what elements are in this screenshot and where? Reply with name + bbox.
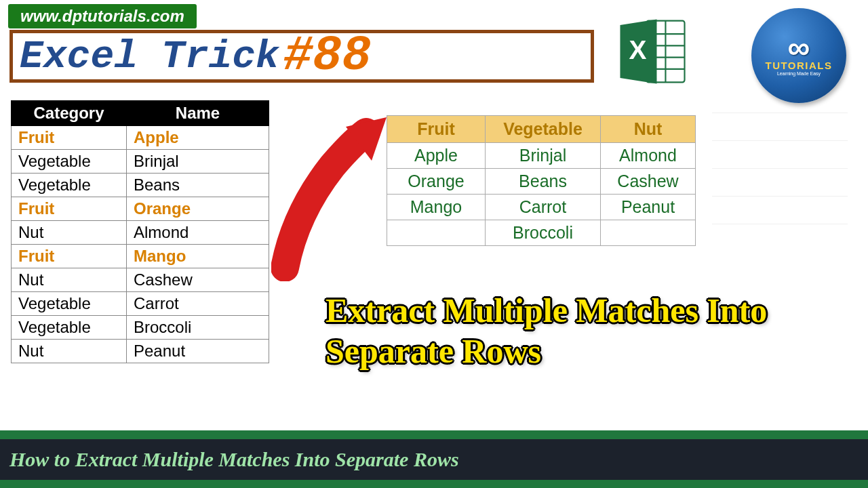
- table-row: Broccoli: [387, 220, 696, 246]
- src-cell-name: Apple: [127, 126, 269, 150]
- table-row: FruitMango: [12, 245, 269, 268]
- src-cell-category: Nut: [12, 340, 127, 363]
- res-cell: Apple: [387, 143, 486, 169]
- table-row: NutCashew: [12, 268, 269, 292]
- src-cell-name: Beans: [127, 174, 269, 197]
- footer-banner: How to Extract Multiple Matches Into Sep…: [0, 430, 868, 488]
- res-cell: [601, 220, 696, 246]
- arrow-icon: [271, 112, 393, 281]
- table-row: VegetableBeans: [12, 174, 269, 197]
- table-row: NutPeanut: [12, 340, 269, 363]
- res-cell: Cashew: [601, 169, 696, 195]
- title-container: Excel Trick #88: [9, 30, 594, 83]
- table-row: FruitOrange: [12, 197, 269, 221]
- excel-icon: X: [616, 15, 689, 88]
- src-cell-name: Carrot: [127, 292, 269, 316]
- src-cell-name: Almond: [127, 221, 269, 245]
- src-header-category: Category: [12, 101, 127, 126]
- res-header-fruit: Fruit: [387, 116, 486, 143]
- table-row: NutAlmond: [12, 221, 269, 245]
- src-cell-category: Fruit: [12, 126, 127, 150]
- src-cell-name: Brinjal: [127, 150, 269, 174]
- src-header-name: Name: [127, 101, 269, 126]
- logo-tagline: Learning Made Easy: [777, 71, 821, 76]
- src-cell-name: Orange: [127, 197, 269, 221]
- footer-text: How to Extract Multiple Matches Into Sep…: [0, 439, 868, 480]
- res-cell: Beans: [486, 169, 601, 195]
- logo-title: TUTORIALS: [765, 60, 832, 71]
- table-row: FruitApple: [12, 126, 269, 150]
- src-cell-category: Vegetable: [12, 174, 127, 197]
- src-cell-category: Fruit: [12, 245, 127, 268]
- res-cell: Carrot: [486, 195, 601, 220]
- table-row: VegetableBrinjal: [12, 150, 269, 174]
- src-cell-category: Fruit: [12, 197, 127, 221]
- res-cell: Almond: [601, 143, 696, 169]
- src-cell-category: Nut: [12, 221, 127, 245]
- res-cell: Brinjal: [486, 143, 601, 169]
- src-cell-category: Vegetable: [12, 150, 127, 174]
- table-row: MangoCarrotPeanut: [387, 195, 696, 220]
- src-cell-category: Vegetable: [12, 316, 127, 340]
- title-number: #88: [283, 28, 372, 84]
- title-label: Excel Trick: [20, 35, 279, 79]
- result-data-table: Fruit Vegetable Nut AppleBrinjalAlmondOr…: [387, 115, 696, 246]
- website-url: www.dptutorials.com: [8, 4, 197, 28]
- logo-graphic: ∞: [788, 35, 810, 60]
- src-cell-category: Vegetable: [12, 292, 127, 316]
- res-cell: Mango: [387, 195, 486, 220]
- table-row: VegetableBroccoli: [12, 316, 269, 340]
- table-row: VegetableCarrot: [12, 292, 269, 316]
- src-cell-category: Nut: [12, 268, 127, 292]
- res-cell: [387, 220, 486, 246]
- source-data-table: Category Name FruitAppleVegetableBrinjal…: [11, 100, 269, 363]
- subtitle-text: Extract Multiple Matches Into Separate R…: [326, 290, 848, 371]
- src-cell-name: Cashew: [127, 268, 269, 292]
- table-row: OrangeBeansCashew: [387, 169, 696, 195]
- tutorials-logo: ∞ TUTORIALS Learning Made Easy: [751, 8, 846, 103]
- svg-text:X: X: [629, 35, 646, 64]
- src-cell-name: Peanut: [127, 340, 269, 363]
- res-cell: Peanut: [601, 195, 696, 220]
- res-header-nut: Nut: [601, 116, 696, 143]
- src-cell-name: Broccoli: [127, 316, 269, 340]
- res-cell: Orange: [387, 169, 486, 195]
- table-row: AppleBrinjalAlmond: [387, 143, 696, 169]
- res-header-vegetable: Vegetable: [486, 116, 601, 143]
- res-cell: Broccoli: [486, 220, 601, 246]
- src-cell-name: Mango: [127, 245, 269, 268]
- spreadsheet-gridlines: [712, 113, 848, 248]
